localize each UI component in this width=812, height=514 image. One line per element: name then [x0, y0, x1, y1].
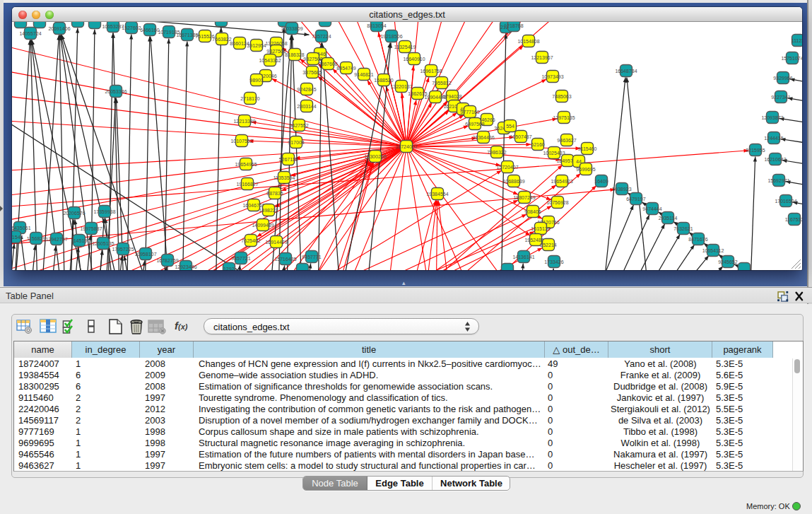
svg-text:14055724: 14055724: [19, 31, 41, 36]
svg-text:1498222: 1498222: [259, 208, 278, 213]
svg-text:1527602: 1527602: [122, 25, 141, 30]
svg-text:9329966: 9329966: [773, 76, 792, 81]
svg-text:9327505: 9327505: [266, 49, 286, 54]
svg-text:10025433: 10025433: [543, 151, 565, 156]
svg-text:20206576: 20206576: [63, 211, 85, 216]
svg-text:19654955: 19654955: [235, 162, 257, 167]
svg-text:2718170: 2718170: [240, 96, 259, 101]
svg-text:62160: 62160: [531, 142, 545, 147]
svg-text:14099489: 14099489: [252, 223, 273, 228]
svg-text:7986322: 7986322: [487, 150, 506, 155]
svg-text:10653287: 10653287: [102, 24, 124, 29]
svg-text:7955812: 7955812: [432, 81, 451, 86]
svg-text:8813054: 8813054: [367, 23, 386, 28]
svg-text:15751074: 15751074: [781, 56, 802, 61]
svg-text:19975887: 19975887: [80, 226, 102, 231]
svg-text:991544: 991544: [12, 235, 23, 240]
svg-text:16648784: 16648784: [615, 69, 637, 74]
svg-text:12093872: 12093872: [761, 115, 783, 120]
svg-text:13220137: 13220137: [390, 84, 412, 89]
svg-text:9115460: 9115460: [578, 146, 597, 151]
svg-text:12942757: 12942757: [45, 237, 67, 242]
svg-text:9327508: 9327508: [303, 57, 322, 62]
svg-text:12975135: 12975135: [553, 115, 575, 120]
svg-text:15716485: 15716485: [274, 257, 296, 262]
svg-text:19166827: 19166827: [236, 182, 258, 187]
svg-text:10654112: 10654112: [702, 248, 724, 253]
svg-text:7632621: 7632621: [673, 226, 693, 231]
svg-text:554: 554: [506, 124, 514, 129]
svg-text:9427552: 9427552: [289, 123, 308, 128]
svg-text:8186328: 8186328: [285, 52, 304, 57]
svg-text:16409: 16409: [594, 179, 608, 184]
svg-text:12923446: 12923446: [175, 264, 196, 269]
svg-text:917004: 917004: [288, 140, 304, 145]
svg-text:9457771: 9457771: [302, 255, 321, 259]
svg-text:908406: 908406: [524, 209, 541, 214]
svg-text:10756928: 10756928: [546, 200, 568, 205]
svg-text:1588520: 1588520: [374, 78, 393, 83]
svg-text:2935114: 2935114: [659, 216, 678, 221]
svg-text:1733426: 1733426: [544, 259, 563, 264]
svg-text:9227341: 9227341: [771, 95, 790, 100]
svg-text:11123: 11123: [792, 38, 802, 43]
svg-text:44: 44: [576, 159, 582, 164]
svg-text:18300295: 18300295: [364, 154, 386, 159]
svg-text:1292: 1292: [223, 267, 235, 270]
svg-text:6479197: 6479197: [626, 197, 645, 201]
svg-text:16961758: 16961758: [420, 69, 442, 74]
svg-text:5267110: 5267110: [279, 157, 298, 162]
svg-text:7357224: 7357224: [312, 34, 331, 39]
svg-text:114519: 114519: [71, 238, 88, 243]
svg-text:18807249: 18807249: [513, 195, 535, 200]
svg-text:20691406: 20691406: [48, 26, 70, 31]
svg-text:1244415: 1244415: [764, 136, 783, 141]
svg-text:11325419: 11325419: [394, 45, 416, 49]
svg-text:21364436: 21364436: [472, 135, 494, 140]
svg-text:9857721: 9857721: [231, 256, 250, 261]
svg-text:8471676: 8471676: [688, 237, 707, 242]
svg-text:19218506: 19218506: [380, 34, 402, 39]
svg-text:7663822: 7663822: [212, 37, 231, 42]
svg-text:17957225: 17957225: [112, 247, 134, 252]
svg-text:252214: 252214: [540, 243, 556, 247]
svg-text:10688639: 10688639: [502, 179, 524, 184]
svg-text:10107552: 10107552: [230, 139, 252, 144]
svg-text:10958107: 10958107: [134, 252, 156, 257]
svg-text:16435061: 16435061: [12, 226, 31, 230]
svg-text:9463627: 9463627: [557, 138, 576, 143]
svg-text:8454749: 8454749: [336, 66, 355, 71]
svg-text:12213967: 12213967: [531, 55, 553, 60]
svg-text:6794028: 6794028: [442, 94, 461, 99]
svg-text:10973493: 10973493: [541, 74, 563, 79]
svg-text:7485063: 7485063: [552, 94, 571, 99]
svg-text:10154808: 10154808: [517, 39, 539, 44]
svg-text:9146821: 9146821: [354, 72, 373, 77]
svg-text:16210643: 16210643: [764, 157, 786, 162]
svg-text:6497568: 6497568: [465, 122, 484, 127]
svg-text:16033809: 16033809: [281, 26, 302, 31]
svg-text:1156829: 1156829: [27, 236, 46, 241]
svg-text:9474444: 9474444: [642, 206, 661, 211]
svg-text:98901: 98901: [249, 78, 264, 83]
svg-text:8215955: 8215955: [746, 148, 765, 153]
svg-text:12505135: 12505135: [92, 241, 114, 246]
svg-text:1167533: 1167533: [785, 217, 802, 222]
svg-text:20053346: 20053346: [105, 89, 126, 94]
svg-text:9699695: 9699695: [576, 167, 595, 172]
svg-text:1615132: 1615132: [531, 226, 550, 231]
svg-text:19654923: 19654923: [551, 179, 572, 184]
svg-text:15720407: 15720407: [496, 165, 518, 170]
svg-text:5938923: 5938923: [612, 187, 631, 192]
svg-text:887835: 887835: [266, 191, 283, 196]
svg-text:12213389: 12213389: [233, 119, 255, 124]
svg-text:15692971: 15692971: [767, 178, 789, 183]
svg-text:1218768: 1218768: [504, 23, 523, 28]
svg-text:10507487: 10507487: [510, 134, 531, 139]
svg-text:2867608: 2867608: [318, 62, 337, 66]
svg-text:16046768: 16046768: [242, 203, 264, 208]
svg-text:9242845: 9242845: [297, 87, 316, 92]
svg-text:2803144: 2803144: [297, 104, 316, 109]
svg-text:11353594: 11353594: [273, 175, 295, 180]
svg-text:3912954: 3912954: [247, 43, 266, 48]
